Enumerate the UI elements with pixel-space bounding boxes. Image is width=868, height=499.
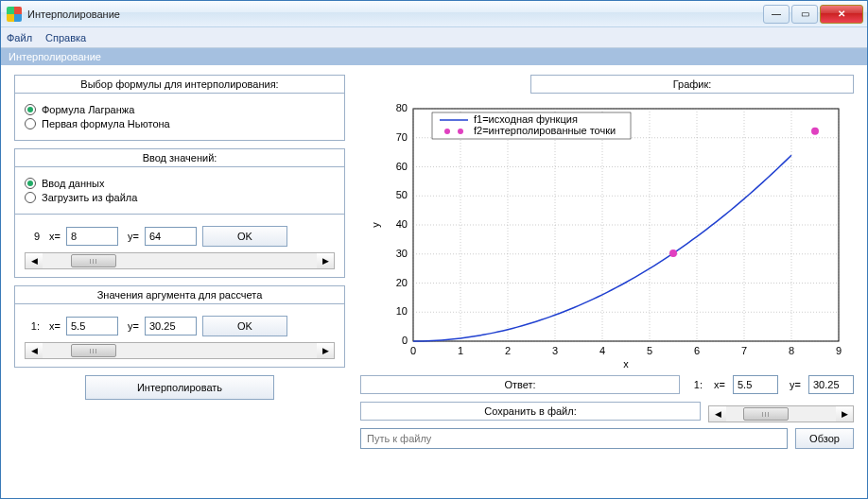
- svg-text:60: 60: [396, 161, 408, 172]
- svg-point-48: [811, 128, 819, 135]
- menu-file[interactable]: Файл: [7, 32, 32, 43]
- radio-manual[interactable]: Ввод данных: [25, 178, 335, 189]
- radio-newton[interactable]: Первая формула Ньютона: [25, 118, 335, 129]
- scroll-thumb[interactable]: III: [743, 407, 789, 421]
- scroll-left-icon[interactable]: ◀: [26, 343, 43, 358]
- radio-icon: [25, 192, 36, 203]
- scroll-right-icon[interactable]: ▶: [836, 406, 853, 422]
- args-scrollbar[interactable]: ◀ III ▶: [25, 342, 335, 359]
- scroll-right-icon[interactable]: ▶: [317, 253, 334, 268]
- svg-text:1: 1: [458, 345, 463, 356]
- y-label: y=: [124, 320, 139, 332]
- chart-svg: 012345678901020304050607080xyf1=исходная…: [360, 101, 854, 370]
- right-column: График: 012345678901020304050607080xyf1=…: [360, 75, 854, 489]
- titlebar: Интерполирование — ▭ ✕: [1, 1, 867, 27]
- scroll-left-icon[interactable]: ◀: [26, 253, 43, 268]
- y-label: y=: [124, 231, 139, 242]
- radio-label: Формула Лагранжа: [42, 104, 134, 115]
- browse-button[interactable]: Обзор: [795, 428, 854, 449]
- svg-text:9: 9: [836, 345, 842, 356]
- radio-icon: [25, 118, 36, 129]
- formula-panel: Выбор формулы для интерполирования: Форм…: [14, 75, 345, 141]
- answer-scrollbar[interactable]: ◀ III ▶: [708, 405, 854, 422]
- menubar: Файл Справка: [1, 27, 867, 48]
- subtitle-bar: Интерполирование: [1, 48, 867, 65]
- radio-label: Первая формула Ньютона: [42, 118, 170, 129]
- input-panel-title: Ввод значений:: [15, 149, 344, 167]
- svg-text:4: 4: [599, 345, 605, 356]
- args-index: 1:: [25, 320, 40, 332]
- y-label: y=: [786, 379, 801, 390]
- save-row: Сохранить в файл: ◀ III ▶: [360, 400, 854, 422]
- svg-text:20: 20: [396, 277, 408, 288]
- app-icon: [7, 7, 22, 22]
- svg-text:80: 80: [396, 102, 408, 113]
- path-row: Обзор: [360, 428, 854, 449]
- args-x[interactable]: [66, 317, 118, 336]
- svg-point-44: [444, 129, 450, 134]
- svg-point-45: [458, 129, 463, 134]
- scroll-thumb[interactable]: III: [71, 344, 116, 357]
- path-input[interactable]: [360, 428, 788, 449]
- input-y[interactable]: [145, 227, 197, 246]
- svg-text:0: 0: [402, 335, 408, 346]
- interpolate-button[interactable]: Интерполировать: [85, 375, 274, 400]
- minimize-button[interactable]: —: [763, 5, 790, 24]
- svg-text:70: 70: [396, 131, 408, 143]
- answer-row: Ответ: 1: x= y=: [360, 375, 854, 394]
- radio-fromfile[interactable]: Загрузить из файла: [25, 192, 335, 203]
- input-index: 9: [25, 231, 40, 242]
- svg-text:0: 0: [410, 345, 416, 356]
- save-label: Сохранить в файл:: [360, 402, 701, 421]
- svg-text:50: 50: [396, 189, 408, 200]
- svg-text:30: 30: [396, 248, 408, 259]
- content: Выбор формулы для интерполирования: Форм…: [1, 65, 867, 498]
- radio-lagrange[interactable]: Формула Лагранжа: [25, 104, 335, 115]
- app-window: Интерполирование — ▭ ✕ Файл Справка Инте…: [0, 0, 868, 499]
- radio-icon: [25, 178, 36, 189]
- input-x[interactable]: [66, 227, 118, 246]
- svg-text:2: 2: [505, 345, 511, 356]
- formula-panel-title: Выбор формулы для интерполирования:: [15, 76, 344, 94]
- window-buttons: — ▭ ✕: [763, 5, 863, 24]
- svg-text:f2=интерполированные точки: f2=интерполированные точки: [474, 125, 616, 136]
- left-column: Выбор формулы для интерполирования: Форм…: [14, 75, 345, 489]
- scroll-thumb[interactable]: III: [71, 254, 116, 267]
- svg-text:x: x: [623, 358, 629, 370]
- radio-icon: [25, 104, 36, 115]
- chart-title-box: График:: [530, 75, 854, 94]
- svg-point-47: [669, 250, 677, 257]
- answer-x[interactable]: [733, 375, 778, 394]
- args-y[interactable]: [145, 317, 197, 336]
- svg-text:5: 5: [647, 345, 652, 356]
- svg-text:6: 6: [694, 345, 700, 356]
- args-panel-title: Значения аргумента для рассчета: [15, 286, 344, 304]
- svg-text:7: 7: [741, 345, 747, 356]
- svg-text:3: 3: [552, 345, 558, 356]
- input-ok-button[interactable]: OK: [202, 226, 287, 247]
- x-label: x=: [45, 231, 61, 242]
- svg-text:f1=исходная функция: f1=исходная функция: [474, 113, 578, 125]
- svg-text:8: 8: [789, 345, 794, 356]
- menu-help[interactable]: Справка: [45, 32, 86, 43]
- x-label: x=: [710, 379, 725, 390]
- answer-label: Ответ:: [360, 375, 680, 394]
- input-panel: Ввод значений: Ввод данных Загрузить из …: [14, 148, 345, 278]
- answer-y[interactable]: [808, 375, 854, 394]
- window-title: Интерполирование: [27, 9, 763, 20]
- args-ok-button[interactable]: OK: [202, 316, 287, 336]
- maximize-button[interactable]: ▭: [791, 5, 818, 24]
- svg-text:40: 40: [396, 218, 408, 230]
- radio-label: Загрузить из файла: [42, 192, 137, 203]
- chart-area: 012345678901020304050607080xyf1=исходная…: [360, 101, 854, 370]
- scroll-right-icon[interactable]: ▶: [317, 343, 334, 358]
- scroll-left-icon[interactable]: ◀: [709, 406, 726, 422]
- radio-label: Ввод данных: [42, 178, 105, 189]
- svg-text:y: y: [370, 222, 381, 228]
- args-panel: Значения аргумента для рассчета 1: x= y=…: [14, 285, 345, 368]
- close-button[interactable]: ✕: [820, 5, 863, 24]
- x-label: x=: [45, 320, 61, 332]
- answer-index: 1:: [687, 379, 703, 390]
- input-scrollbar[interactable]: ◀ III ▶: [25, 252, 335, 269]
- svg-text:10: 10: [396, 305, 408, 317]
